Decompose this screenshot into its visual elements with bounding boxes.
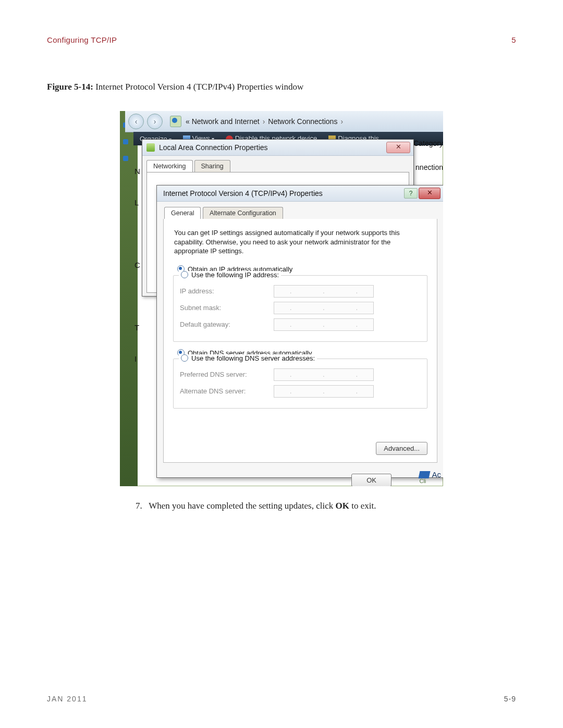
ip-group: Use the following IP address: IP address… bbox=[173, 275, 427, 342]
figure-caption-text: Internet Protocol Version 4 (TCP/IPv4) P… bbox=[95, 82, 303, 92]
taskbar-icon bbox=[123, 139, 128, 144]
ipv4-tabs: General Alternate Configuration bbox=[157, 202, 443, 219]
section-title: Configuring TCP/IP bbox=[47, 35, 117, 44]
lac-titlebar: Local Area Connection Properties ✕ bbox=[142, 140, 413, 156]
ipv4-title-text: Internet Protocol Version 4 (TCP/IPv4) P… bbox=[163, 189, 323, 198]
figure-caption: Figure 5-14: Internet Protocol Version 4… bbox=[47, 82, 516, 92]
radio-static-dns[interactable]: Use the following DNS server addresses: bbox=[179, 354, 317, 362]
lac-close-button[interactable]: ✕ bbox=[386, 142, 410, 153]
input-preferred-dns[interactable]: ... bbox=[274, 368, 374, 381]
ipv4-properties-dialog: Internet Protocol Version 4 (TCP/IPv4) P… bbox=[156, 185, 443, 478]
nav-back-button[interactable]: ‹ bbox=[128, 114, 144, 129]
tab-sharing[interactable]: Sharing bbox=[194, 160, 230, 172]
label-ip-address: IP address: bbox=[180, 287, 274, 295]
truncated-left-text: NLCTI bbox=[134, 156, 140, 375]
footer-date: JAN 2011 bbox=[47, 695, 87, 703]
screenshot: ‹ › « Network and Internet › Network Con… bbox=[120, 111, 443, 486]
lac-title-text: Local Area Connection Properties bbox=[159, 143, 268, 152]
network-icon bbox=[419, 471, 431, 478]
explorer-addressbar: ‹ › « Network and Internet › Network Con… bbox=[125, 111, 443, 132]
label-default-gateway: Default gateway: bbox=[180, 320, 274, 328]
label-subnet-mask: Subnet mask: bbox=[180, 304, 274, 312]
ipv4-body: You can get IP settings assigned automat… bbox=[163, 219, 437, 463]
help-button[interactable]: ? bbox=[404, 188, 418, 199]
label-alternate-dns: Alternate DNS server: bbox=[180, 387, 274, 395]
input-ip-address[interactable]: ... bbox=[274, 285, 374, 298]
breadcrumb-item[interactable]: Network Connections bbox=[268, 117, 337, 126]
radio-static-ip[interactable]: Use the following IP address: bbox=[179, 271, 281, 279]
ipv4-description: You can get IP settings assigned automat… bbox=[174, 228, 426, 256]
input-alternate-dns[interactable]: ... bbox=[274, 385, 374, 398]
tab-general[interactable]: General bbox=[164, 207, 201, 219]
breadcrumb-separator: › bbox=[263, 117, 265, 126]
advanced-button[interactable]: Advanced... bbox=[376, 442, 427, 455]
breadcrumb-item[interactable]: Network and Internet bbox=[192, 117, 260, 126]
figure-label: Figure 5-14: bbox=[47, 82, 93, 92]
section-number: 5 bbox=[511, 35, 516, 44]
close-button[interactable]: ✕ bbox=[419, 188, 440, 199]
footer-page-number: 5-9 bbox=[504, 695, 516, 703]
radio-icon bbox=[181, 354, 188, 362]
breadcrumb-separator: › bbox=[340, 117, 343, 126]
lac-tabs: Networking Sharing bbox=[142, 156, 413, 172]
tab-networking[interactable]: Networking bbox=[146, 160, 193, 172]
tab-alternate-config[interactable]: Alternate Configuration bbox=[203, 207, 283, 219]
input-subnet-mask[interactable]: ... bbox=[274, 302, 374, 314]
ipv4-titlebar: Internet Protocol Version 4 (TCP/IPv4) P… bbox=[157, 186, 443, 202]
radio-icon bbox=[181, 271, 188, 278]
ok-button[interactable]: OK bbox=[351, 474, 391, 487]
connection-icon bbox=[146, 143, 155, 152]
step-7: 7. When you have completed the setting u… bbox=[136, 501, 516, 511]
nav-forward-button[interactable]: › bbox=[147, 114, 163, 129]
input-default-gateway[interactable]: ... bbox=[274, 318, 374, 331]
dns-group: Use the following DNS server addresses: … bbox=[173, 359, 427, 409]
taskbar-icon bbox=[123, 156, 128, 161]
location-icon bbox=[170, 116, 181, 127]
truncated-corner: Ac Cli bbox=[419, 470, 441, 484]
breadcrumb-back-glyph: « bbox=[186, 117, 190, 126]
label-preferred-dns: Preferred DNS server: bbox=[180, 371, 274, 378]
